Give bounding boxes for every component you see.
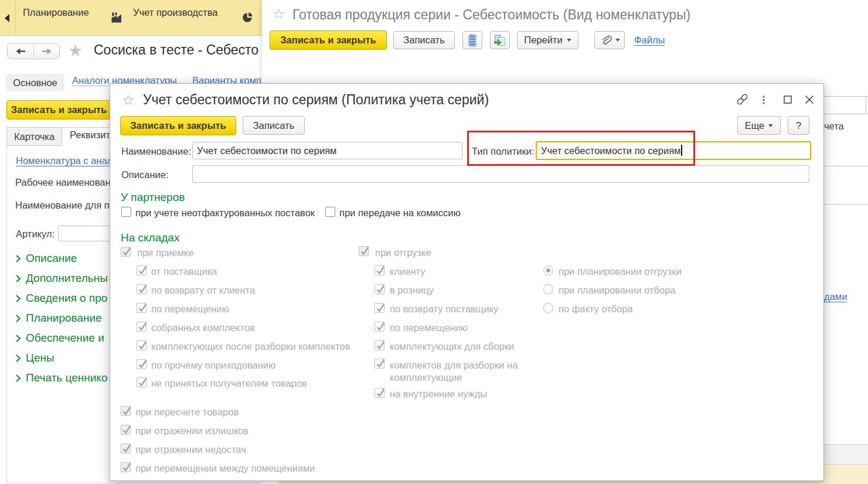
close-icon[interactable]: [805, 95, 814, 104]
shipment-child-label[interactable]: на внутренние нужды: [390, 388, 487, 400]
bg-grey-band: [820, 444, 868, 465]
commission-transfer-checkbox[interactable]: [325, 207, 335, 217]
receipt-child-label[interactable]: собранных комплектов: [151, 322, 255, 333]
right-save-button[interactable]: Записать: [393, 31, 455, 49]
shipment-child-checkbox[interactable]: [375, 388, 384, 398]
group-row-price-tags[interactable]: Печать ценнико: [16, 371, 107, 384]
bg-form-line: [820, 204, 868, 204]
section-item-production[interactable]: Учет производства: [133, 7, 218, 18]
plan-shipment-label[interactable]: при планировании отгрузки: [559, 266, 682, 277]
pie-chart-icon[interactable]: [242, 12, 253, 23]
receipt-child-label[interactable]: по прочему оприходованию: [151, 360, 275, 371]
fact-picking-label[interactable]: по факту отбора: [559, 304, 633, 315]
group-row-product-info[interactable]: Сведения о про: [16, 292, 107, 305]
right-structure-button[interactable]: [462, 31, 482, 49]
receipt-checkbox[interactable]: [121, 247, 131, 257]
dialog-save-button[interactable]: Записать: [243, 116, 305, 135]
dialog-save-close-button[interactable]: Записать и закрыть: [120, 116, 236, 135]
commission-transfer-label[interactable]: при передаче на комиссию: [339, 207, 461, 219]
shipment-child-label[interactable]: по возврату поставщику: [390, 304, 498, 315]
receipt-child-checkbox[interactable]: [137, 303, 147, 313]
scroll-sections-left-icon[interactable]: [4, 14, 10, 22]
shipment-child-label[interactable]: клиенту: [390, 266, 426, 277]
paperclip-icon: [600, 34, 612, 47]
shipment-child-checkbox[interactable]: [375, 340, 384, 350]
tab-card[interactable]: Карточка: [6, 127, 62, 146]
shipment-child-label[interactable]: по перемещению: [390, 322, 468, 333]
plan-picking-radio[interactable]: [543, 284, 553, 294]
bg-form-line: [820, 114, 868, 114]
nav-tab-main[interactable]: Основное: [6, 74, 64, 91]
bg-form-link-fragment[interactable]: дами: [824, 291, 847, 302]
shipment-label[interactable]: при отгрузке: [375, 247, 431, 258]
shortage-label[interactable]: при отражении недостач: [135, 444, 246, 455]
shipment-child-label[interactable]: комплектующих для сборки: [390, 341, 514, 352]
group-row-supply[interactable]: Обеспечение и: [16, 332, 104, 345]
back-icon[interactable]: [15, 47, 26, 56]
attachments-button[interactable]: [594, 31, 625, 49]
unbilled-deliveries-label[interactable]: при учете неотфактурованных поставок: [135, 207, 315, 219]
get-link-icon[interactable]: [736, 93, 748, 105]
shipment-child-checkbox[interactable]: [375, 322, 384, 332]
section-bar-divider: [15, 0, 16, 35]
receipt-child-label[interactable]: комплектующих после разборки комплектов: [151, 341, 350, 352]
shipment-child-label[interactable]: в розницу: [390, 285, 434, 296]
plan-shipment-radio[interactable]: [543, 265, 553, 275]
receipt-child-label[interactable]: по возврату от клиента: [151, 285, 255, 296]
group-row-description[interactable]: Описание: [16, 252, 77, 265]
shipment-child-checkbox[interactable]: [375, 359, 384, 369]
receipt-child-checkbox[interactable]: [137, 284, 147, 294]
shipment-child-checkbox[interactable]: [375, 284, 384, 294]
recount-checkbox[interactable]: [121, 406, 131, 416]
receipt-child-label[interactable]: по перемещению: [151, 304, 229, 315]
plan-picking-label[interactable]: при планировании отбора: [559, 285, 676, 296]
receipt-child-checkbox[interactable]: [137, 377, 147, 387]
name-field-label: Наименование:: [121, 146, 191, 157]
nomenclature-analog-link[interactable]: Номенклатура с анал: [16, 155, 113, 166]
right-window-star-icon[interactable]: ☆: [273, 6, 285, 22]
shipment-child-checkbox[interactable]: [375, 303, 384, 313]
description-input[interactable]: [192, 165, 809, 183]
help-button[interactable]: ?: [788, 116, 809, 135]
recount-label[interactable]: при пересчете товаров: [135, 407, 239, 418]
shortage-checkbox[interactable]: [121, 444, 131, 454]
favorite-star-icon[interactable]: ★: [68, 41, 83, 60]
move-rooms-label[interactable]: при перемещении между помещениями: [135, 463, 315, 474]
group-row-planning[interactable]: Планирование: [16, 312, 102, 325]
group-row-additional[interactable]: Дополнительны: [16, 272, 108, 285]
fact-picking-radio[interactable]: [543, 303, 553, 313]
move-rooms-checkbox[interactable]: [121, 462, 131, 472]
receipt-child-checkbox[interactable]: [137, 340, 147, 350]
shipment-checkbox[interactable]: [359, 246, 369, 256]
forward-icon[interactable]: [42, 47, 52, 56]
shipment-child-checkbox[interactable]: [375, 265, 384, 275]
shipment-child-label[interactable]: комплектов для разборки на комплектующие: [390, 359, 522, 384]
receipt-child-checkbox[interactable]: [137, 265, 147, 275]
bg-yellow-band: [820, 465, 868, 484]
receipt-child-label[interactable]: от поставщика: [151, 266, 217, 277]
name-input[interactable]: Учет себестоимости по сериям: [192, 142, 462, 159]
surplus-label[interactable]: при отражении излишков: [135, 425, 249, 437]
dialog-star-icon[interactable]: ☆: [122, 92, 135, 108]
working-name-label: Рабочее наименовани: [15, 177, 116, 188]
group-row-prices[interactable]: Цены: [16, 352, 55, 364]
text-cursor: [681, 145, 682, 156]
kebab-menu-icon[interactable]: [762, 96, 765, 104]
receipt-label[interactable]: при приемке: [137, 247, 193, 258]
receipt-child-checkbox[interactable]: [137, 322, 147, 332]
right-copy-settings-button[interactable]: [490, 31, 510, 49]
tab-requisites[interactable]: Реквизит: [70, 129, 110, 141]
annotation-red-box: [467, 131, 695, 166]
receipt-child-label[interactable]: не принятых получателем товаров: [151, 378, 307, 389]
section-item-planning[interactable]: Планирование: [23, 7, 89, 18]
goto-button[interactable]: Перейти: [517, 31, 578, 49]
unbilled-deliveries-checkbox[interactable]: [121, 207, 131, 217]
more-button[interactable]: Еще: [737, 116, 781, 135]
left-save-close-button[interactable]: Записать и закрыть: [6, 100, 111, 120]
receipt-child-checkbox[interactable]: [137, 359, 147, 369]
files-link[interactable]: Файлы: [634, 35, 665, 46]
maximize-icon[interactable]: [784, 96, 792, 104]
right-save-close-button[interactable]: Записать и закрыть: [270, 30, 387, 50]
surplus-checkbox[interactable]: [121, 425, 131, 435]
stack-icon: [468, 34, 476, 47]
